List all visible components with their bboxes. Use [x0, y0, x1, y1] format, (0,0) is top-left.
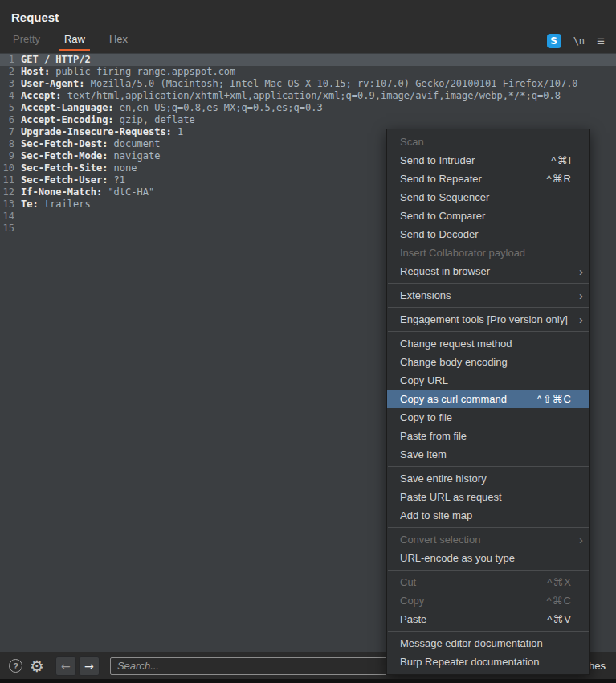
menu-item-send-to-comparer[interactable]: Send to Comparer	[387, 207, 589, 225]
menu-separator	[388, 631, 589, 632]
line-number: 8	[0, 138, 19, 150]
line-number: 3	[0, 78, 19, 90]
request-line-content: Upgrade-Insecure-Requests: 1	[19, 126, 183, 138]
context-menu: Scan Send to Intruder ^⌘I Send to Repeat…	[386, 129, 590, 675]
menu-item-engagement-tools[interactable]: Engagement tools [Pro version only] ›	[387, 310, 589, 329]
menu-item-extensions[interactable]: Extensions ›	[387, 286, 589, 305]
request-line-content: Accept: text/html,application/xhtml+xml,…	[19, 90, 561, 102]
submenu-arrow-icon: ›	[579, 312, 583, 325]
request-line: 3 User-Agent: Mozilla/5.0 (Macintosh; In…	[0, 78, 616, 90]
gear-icon[interactable]: ⚙	[30, 658, 44, 674]
submenu-arrow-icon: ›	[579, 532, 583, 546]
menu-item-save-item[interactable]: Save item	[387, 445, 589, 464]
line-number: 14	[0, 211, 19, 223]
line-number: 15	[0, 223, 19, 235]
menu-item-save-entire-history[interactable]: Save entire history	[387, 469, 589, 488]
history-forward-button[interactable]: →	[79, 656, 100, 676]
request-line: 2 Host: public-firing-range.appspot.com	[0, 66, 616, 78]
request-line-content: Sec-Fetch-User: ?1	[19, 174, 125, 186]
request-line-content	[19, 223, 21, 235]
menu-separator	[388, 307, 589, 308]
line-number: 12	[0, 186, 19, 198]
line-number: 6	[0, 114, 19, 126]
request-line: 1 GET / HTTP/2	[0, 54, 616, 66]
menu-item-send-to-sequencer[interactable]: Send to Sequencer	[387, 188, 589, 207]
menu-separator	[388, 331, 589, 332]
menu-item-copy-url[interactable]: Copy URL	[387, 371, 589, 390]
menu-item-copy-to-file[interactable]: Copy to file	[387, 408, 589, 427]
menu-separator	[388, 466, 589, 467]
menu-item-copy: Copy ^⌘C	[387, 591, 589, 610]
menu-item-change-body-encoding[interactable]: Change body encoding	[387, 353, 589, 371]
tab-raw[interactable]: Raw	[63, 30, 87, 51]
request-line: 5 Accept-Language: en,en-US;q=0.8,es-MX;…	[0, 102, 616, 114]
line-number: 9	[0, 150, 19, 162]
editor-menu-icon[interactable]: ≡	[597, 35, 605, 48]
request-line: 6 Accept-Encoding: gzip, deflate	[0, 114, 616, 126]
request-line: 4 Accept: text/html,application/xhtml+xm…	[0, 90, 616, 102]
tab-hex[interactable]: Hex	[108, 30, 129, 51]
line-number: 7	[0, 126, 19, 138]
request-line-content: Te: trailers	[19, 198, 91, 211]
request-line-content: Sec-Fetch-Mode: navigate	[19, 150, 160, 162]
menu-item-send-to-intruder[interactable]: Send to Intruder ^⌘I	[387, 151, 589, 170]
menu-item-scan: Scan	[387, 133, 589, 151]
request-line-content: Accept-Encoding: gzip, deflate	[19, 114, 195, 126]
request-line-content: If-None-Match: "dtC-HA"	[19, 186, 154, 198]
request-line-content: Sec-Fetch-Site: none	[19, 162, 137, 174]
line-number: 1	[0, 54, 19, 66]
menu-item-cut: Cut ^⌘X	[387, 573, 589, 591]
line-number: 11	[0, 174, 19, 186]
request-line-content: User-Agent: Mozilla/5.0 (Macintosh; Inte…	[19, 78, 578, 90]
syntax-highlight-icon[interactable]: S	[547, 34, 561, 48]
line-number: 13	[0, 198, 19, 211]
menu-item-url-encode-as-you-type[interactable]: URL-encode as you type	[387, 549, 589, 567]
menu-item-paste[interactable]: Paste ^⌘V	[387, 610, 589, 628]
menu-separator	[388, 570, 589, 571]
menu-item-send-to-repeater[interactable]: Send to Repeater ^⌘R	[387, 170, 589, 188]
request-line-content: Host: public-firing-range.appspot.com	[19, 66, 235, 78]
menu-item-message-editor-documentation[interactable]: Message editor documentation	[387, 634, 589, 652]
line-number: 5	[0, 102, 19, 114]
tab-pretty[interactable]: Pretty	[11, 30, 42, 51]
show-nonprintable-icon[interactable]: \n	[573, 35, 585, 47]
left-arrow-icon: ←	[61, 660, 71, 673]
panel-header: Request	[0, 0, 616, 27]
request-line-content	[19, 211, 21, 223]
request-panel: Request Pretty Raw Hex S \n ≡ 1 GET / HT…	[0, 0, 616, 679]
request-line-content: Sec-Fetch-Dest: document	[19, 138, 160, 150]
line-number: 10	[0, 162, 19, 174]
request-line-content: GET / HTTP/2	[19, 54, 91, 66]
menu-item-send-to-decoder[interactable]: Send to Decoder	[387, 225, 589, 243]
line-number: 2	[0, 66, 19, 78]
menu-item-insert-collaborator-payload: Insert Collaborator payload	[387, 243, 589, 262]
editor-toolbar-icons: S \n ≡	[547, 34, 605, 51]
menu-item-convert-selection: Convert selection ›	[387, 530, 589, 549]
message-editor-tabbar: Pretty Raw Hex S \n ≡	[0, 27, 616, 51]
menu-item-burp-repeater-documentation[interactable]: Burp Repeater documentation	[387, 652, 589, 671]
menu-item-change-request-method[interactable]: Change request method	[387, 334, 589, 353]
menu-item-paste-from-file[interactable]: Paste from file	[387, 427, 589, 445]
request-line-content: Accept-Language: en,en-US;q=0.8,es-MX;q=…	[19, 102, 323, 114]
menu-item-request-in-browser[interactable]: Request in browser ›	[387, 262, 589, 280]
page-title: Request	[11, 10, 59, 24]
line-number: 4	[0, 90, 19, 102]
help-icon[interactable]: ?	[9, 659, 22, 673]
menu-item-paste-url-as-request[interactable]: Paste URL as request	[387, 488, 589, 506]
history-back-button[interactable]: ←	[55, 656, 76, 676]
menu-separator	[388, 283, 589, 284]
menu-separator	[388, 527, 589, 528]
right-arrow-icon: →	[84, 660, 94, 673]
menu-item-copy-as-curl-command[interactable]: Copy as curl command ^⇧⌘C	[387, 390, 589, 408]
submenu-arrow-icon: ›	[579, 264, 583, 277]
menu-item-add-to-site-map[interactable]: Add to site map	[387, 506, 589, 525]
submenu-arrow-icon: ›	[579, 288, 583, 301]
